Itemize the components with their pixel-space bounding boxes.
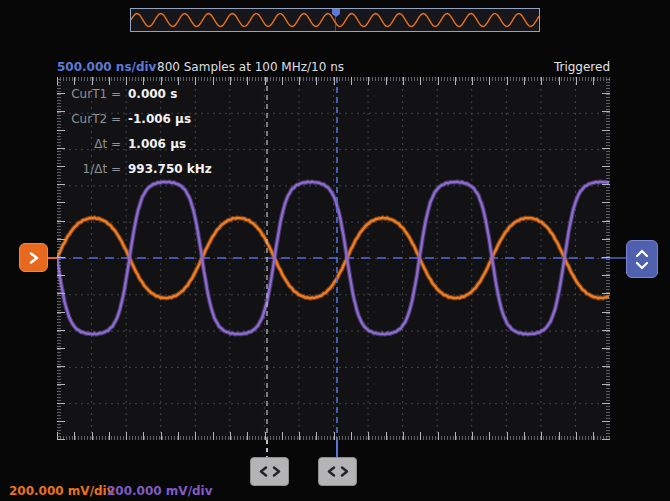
offset-adjust-tag[interactable] bbox=[626, 240, 658, 278]
readout-label: CurT2 = bbox=[63, 112, 121, 126]
readout-value: 0.000 s bbox=[128, 87, 177, 101]
offset-tag-wire bbox=[610, 257, 626, 259]
record-overview-strip[interactable] bbox=[130, 8, 540, 32]
cursor-readout: CurT1 = 0.000 s CurT2 = -1.006 µs Δt = 1… bbox=[63, 87, 212, 187]
chevron-down-icon[interactable] bbox=[635, 261, 649, 270]
cursor1-drag-button[interactable] bbox=[318, 457, 357, 486]
channel1-scale-label: 200.000 mV/div bbox=[9, 484, 115, 498]
chevron-up-icon[interactable] bbox=[635, 249, 649, 258]
sample-info-label: 800 Samples at 100 MHz/10 ns bbox=[157, 60, 344, 74]
readout-row: CurT2 = -1.006 µs bbox=[63, 112, 212, 128]
readout-label: Δt = bbox=[63, 137, 121, 151]
channel1-position-tag[interactable] bbox=[19, 243, 48, 272]
readout-row: Δt = 1.006 µs bbox=[63, 137, 212, 153]
cursor2-stub-line bbox=[266, 440, 268, 457]
readout-row: 1/Δt = 993.750 kHz bbox=[63, 162, 212, 178]
chevron-left-icon bbox=[259, 466, 268, 477]
chevron-right-icon bbox=[340, 466, 349, 477]
chevron-right-icon bbox=[29, 252, 39, 264]
readout-value: 1.006 µs bbox=[128, 137, 186, 151]
trigger-status-label: Triggered bbox=[554, 60, 610, 74]
readout-row: CurT1 = 0.000 s bbox=[63, 87, 212, 103]
chevron-left-icon bbox=[327, 466, 336, 477]
channel2-scale-label: 200.000 mV/div bbox=[107, 484, 213, 498]
cursor2-drag-button[interactable] bbox=[250, 457, 289, 486]
timebase-label: 500.000 ns/div bbox=[57, 60, 156, 74]
readout-label: 1/Δt = bbox=[63, 162, 121, 176]
chevron-right-icon bbox=[272, 466, 281, 477]
readout-value: 993.750 kHz bbox=[128, 162, 212, 176]
readout-label: CurT1 = bbox=[63, 87, 121, 101]
readout-value: -1.006 µs bbox=[128, 112, 191, 126]
oscilloscope-window: 500.000 ns/div 800 Samples at 100 MHz/10… bbox=[0, 0, 670, 501]
cursor1-stub-line bbox=[336, 440, 338, 457]
